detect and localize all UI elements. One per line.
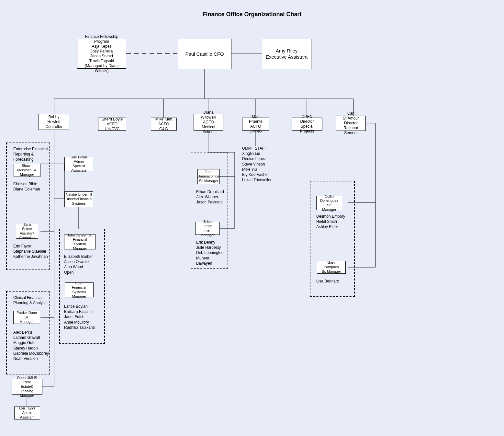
natalie-box: Natalie Underhill DirectorFinancial Syst…	[64, 191, 93, 207]
sara-box: Sara Spicer Assistant Controller	[16, 224, 38, 239]
shawn-box: Shawn Mcintosh Sr. Manager	[14, 164, 40, 177]
lori-box: Lori Taylor Admin Assistant	[14, 407, 40, 419]
cfo-box: Paul Castillo CFO	[178, 39, 231, 69]
efr-header: Enterprise Financial Reporting & Forecas…	[13, 146, 48, 162]
connectors	[0, 0, 504, 436]
jansen-staff: Elizabeth Barber Alison Oswald Alan Wood…	[64, 254, 93, 275]
efr-staff: Chelsea Bible Diane Coleman	[13, 181, 40, 192]
realestate-box: Open UMHS Real Estate& Leasing Manager	[12, 379, 42, 395]
sara-staff: Erin Favor Stephanie Staebler Katherine …	[13, 244, 48, 259]
patrick-box: Patrick Dunn Sr. Manager	[13, 311, 40, 324]
collin-box: Collin Dominguez Sr. Manager	[316, 196, 342, 210]
controller-box: Bobby Hewlett Controller	[39, 114, 69, 130]
org-chart-canvas: Finance Office Organizational Chart	[0, 0, 504, 436]
gary-box: Gary Pampuch Sr. Manager	[317, 261, 346, 274]
brian-box: Brian Lance Inter. Manager	[195, 222, 220, 235]
gary-staff: Lisa Bednarz	[316, 279, 339, 284]
john-b-staff: Ethan Drouillard Alex Wagner Jason Pasin…	[196, 189, 224, 205]
acfo-med-box: Diana Witowski ACFO Medical School	[194, 114, 223, 131]
acfo-cw-box: Mike Klett ACFO C&W	[151, 118, 177, 131]
jansen-box: John Jansen Sr. Financial System Manager	[64, 235, 96, 249]
acfo-uhcvc-box: Sherri Boyle ACFO UH/CVC	[98, 118, 126, 131]
collin-staff: Desmon Embory Hieldl Smith Ashley Elder	[316, 214, 345, 230]
brian-staff: Erik Denny Juile Hardesty Deb Lennington…	[196, 240, 224, 266]
acfo-ummg-box: Matt Pruente ACFO UMMG	[242, 118, 269, 131]
fellowship-box: Finance Fellowship Program Asja Kepes Jo…	[77, 39, 126, 69]
open-fsm-box: Open Financial Systems Manager	[65, 282, 94, 297]
sue-box: Sue Polan Admin Speclist Associate	[64, 157, 93, 171]
cfpa-staff: Alex Bercu Latham Gravatt Maggie Guth St…	[13, 330, 49, 361]
exec-assistant-box: Amy Riley Executive Assistant	[262, 39, 311, 69]
chart-title: Finance Office Organizational Chart	[0, 11, 504, 18]
open-director-box: OPEN Director Special Projects	[292, 118, 322, 131]
ummg-staff: UMMF STAFF Xinglin Liu Denise Lopez Stev…	[242, 146, 272, 182]
open-fsm-staff: Lance Boylan Barbara Facchini Janet Futc…	[64, 304, 95, 330]
cfpa-header: Clinical Financial Planning & Analysis	[13, 295, 47, 305]
john-b-box: John Barimacombe Sr. Manager	[197, 169, 220, 184]
stamour-box: Carl St.Amour Director Reimbur Sement	[336, 116, 366, 131]
